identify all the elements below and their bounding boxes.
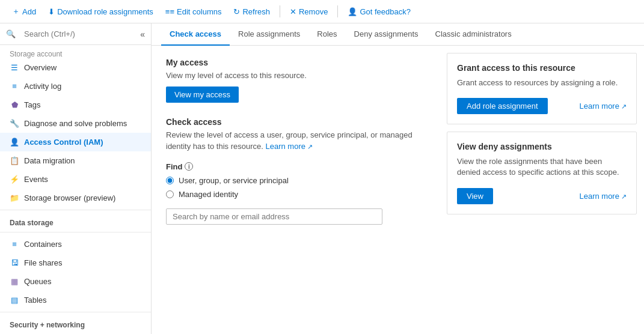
right-panel: Grant access to this resource Grant acce…: [440, 46, 644, 334]
sidebar-divider-1: [0, 210, 151, 210]
sidebar-item-file-shares[interactable]: 🖫 File shares: [0, 254, 151, 272]
deny-assignments-title: View deny assignments: [457, 142, 627, 151]
security-label: Security + networking: [0, 315, 151, 332]
grant-access-footer: Add role assignment Learn more: [457, 98, 627, 114]
sidebar-item-queues[interactable]: ▦ Queues: [0, 272, 151, 291]
events-icon: ⚡: [10, 175, 19, 184]
sidebar-divider-3: [0, 312, 151, 312]
grant-access-title: Grant access to this resource: [457, 63, 627, 73]
sidebar-item-containers[interactable]: ≡ Containers: [0, 235, 151, 254]
overview-icon: ☰: [10, 63, 19, 72]
grant-access-card: Grant access to this resource Grant acce…: [447, 53, 637, 124]
data-migration-icon: 📋: [10, 156, 19, 165]
radio-group: User, group, or service principal Manage…: [166, 176, 425, 199]
main-layout: 🔍 « Storage account ☰ Overview ≡ Activit…: [0, 23, 644, 334]
add-role-assignment-button[interactable]: Add role assignment: [457, 98, 548, 114]
content-body: My access View my level of access to thi…: [152, 46, 644, 334]
remove-button[interactable]: ✕ Remove: [285, 5, 333, 19]
sidebar-item-tags[interactable]: ⬟ Tags: [0, 96, 151, 114]
refresh-icon: ↻: [233, 7, 240, 16]
diagnose-icon: 🔧: [10, 119, 19, 128]
tabs-bar: Check access Role assignments Roles Deny…: [152, 23, 644, 46]
sidebar-divider-2: [0, 232, 151, 232]
sidebar-item-data-migration[interactable]: 📋 Data migration: [0, 151, 151, 170]
storage-account-label: Storage account: [0, 45, 151, 58]
my-access-description: View my level of access to this resource…: [166, 70, 425, 82]
radio-user-group-input[interactable]: [166, 177, 174, 184]
content-area: Check access Role assignments Roles Deny…: [152, 23, 644, 334]
sidebar-item-access-control[interactable]: 👤 Access Control (IAM): [0, 133, 151, 151]
tab-role-assignments[interactable]: Role assignments: [230, 23, 308, 46]
tab-deny-assignments[interactable]: Deny assignments: [346, 23, 427, 46]
deny-assignments-description: View the role assignments that have been…: [457, 156, 627, 178]
check-access-title: Check access: [166, 117, 425, 127]
check-access-description: Review the level of access a user, group…: [166, 129, 425, 153]
grant-access-learn-more[interactable]: Learn more: [579, 102, 627, 111]
remove-icon: ✕: [290, 7, 296, 16]
sidebar-item-events[interactable]: ⚡ Events: [0, 170, 151, 189]
sidebar-item-activity-log[interactable]: ≡ Activity log: [0, 77, 151, 96]
toolbar: ＋ Add ⬇ Download role assignments ≡≡ Edi…: [0, 0, 644, 23]
feedback-icon: 👤: [348, 7, 357, 16]
tab-check-access[interactable]: Check access: [161, 23, 230, 46]
access-control-icon: 👤: [10, 138, 19, 147]
tables-icon: ▤: [10, 296, 19, 305]
toolbar-divider-2: [337, 5, 338, 17]
edit-columns-button[interactable]: ≡≡ Edit columns: [161, 5, 227, 19]
find-label: Find i: [166, 162, 425, 171]
download-button[interactable]: ⬇ Download role assignments: [43, 5, 158, 19]
my-access-title: My access: [166, 58, 425, 67]
grant-access-description: Grant access to resources by assigning a…: [457, 77, 627, 88]
find-info-icon[interactable]: i: [185, 162, 193, 171]
deny-learn-more[interactable]: Learn more: [579, 192, 627, 201]
sidebar: 🔍 « Storage account ☰ Overview ≡ Activit…: [0, 23, 152, 334]
radio-user-group-label: User, group, or service principal: [179, 176, 289, 185]
check-access-learn-more[interactable]: Learn more: [265, 142, 313, 151]
deny-assignments-footer: View Learn more: [457, 188, 627, 204]
radio-user-group[interactable]: User, group, or service principal: [166, 176, 425, 185]
my-access-section: My access View my level of access to thi…: [166, 58, 425, 103]
tags-icon: ⬟: [10, 100, 19, 109]
radio-managed-identity-input[interactable]: [166, 190, 174, 198]
deny-assignments-card: View deny assignments View the role assi…: [447, 132, 637, 214]
sidebar-item-storage-browser[interactable]: 📁 Storage browser (preview): [0, 189, 151, 207]
search-by-name-input[interactable]: [166, 208, 382, 225]
sidebar-item-diagnose[interactable]: 🔧 Diagnose and solve problems: [0, 114, 151, 133]
queues-icon: ▦: [10, 277, 19, 286]
view-my-access-button[interactable]: View my access: [166, 87, 239, 103]
sidebar-item-overview[interactable]: ☰ Overview: [0, 58, 151, 77]
containers-icon: ≡: [10, 240, 19, 249]
collapse-button[interactable]: «: [140, 29, 145, 39]
sidebar-scroll: Storage account ☰ Overview ≡ Activity lo…: [0, 45, 151, 334]
activity-log-icon: ≡: [10, 82, 19, 91]
data-storage-label: Data storage: [0, 213, 151, 229]
storage-browser-icon: 📁: [10, 193, 19, 202]
check-access-section: Check access Review the level of access …: [166, 117, 425, 225]
file-shares-icon: 🖫: [10, 258, 19, 267]
radio-managed-identity-label: Managed identity: [179, 190, 238, 199]
radio-managed-identity[interactable]: Managed identity: [166, 190, 425, 199]
toolbar-divider: [280, 5, 280, 17]
sidebar-item-tables[interactable]: ▤ Tables: [0, 291, 151, 309]
sidebar-search-area: 🔍 «: [0, 23, 151, 45]
refresh-button[interactable]: ↻ Refresh: [228, 5, 275, 19]
view-deny-button[interactable]: View: [457, 188, 493, 204]
add-button[interactable]: ＋ Add: [7, 4, 41, 19]
download-icon: ⬇: [48, 7, 55, 16]
feedback-button[interactable]: 👤 Got feedback?: [343, 5, 416, 19]
columns-icon: ≡≡: [165, 7, 174, 16]
search-input[interactable]: [19, 27, 136, 41]
search-icon: 🔍: [6, 29, 16, 38]
add-icon: ＋: [12, 6, 20, 17]
tab-classic-administrators[interactable]: Classic administrators: [427, 23, 520, 46]
tab-roles[interactable]: Roles: [308, 23, 345, 46]
left-panel: My access View my level of access to thi…: [152, 46, 440, 334]
